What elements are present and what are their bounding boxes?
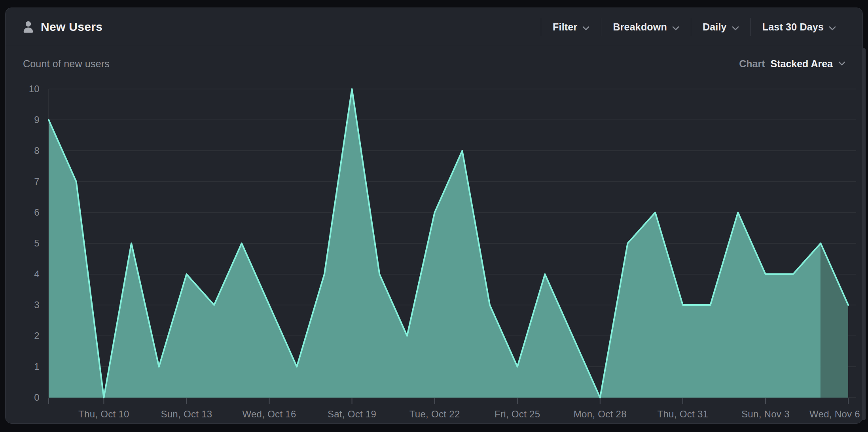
header-control-daily[interactable]: Daily (691, 21, 750, 33)
header-control-filter[interactable]: Filter (541, 21, 601, 33)
chevron-down-icon (672, 21, 679, 33)
y-axis-label-8: 8 (12, 145, 40, 157)
y-axis-label-7: 7 (12, 176, 40, 188)
chart-type-select[interactable]: Chart Stacked Area (739, 58, 845, 70)
control-label: Filter (553, 21, 577, 33)
header-controls: FilterBreakdownDailyLast 30 Days (541, 8, 847, 46)
x-axis-label-8: Sun, Nov 3 (741, 409, 790, 420)
x-axis-label-4: Tue, Oct 22 (409, 409, 460, 420)
control-label: Last 30 Days (762, 21, 824, 33)
y-axis-label-6: 6 (12, 207, 40, 218)
chevron-down-icon (838, 60, 845, 67)
y-axis-label-5: 5 (12, 237, 40, 249)
y-axis-label-9: 9 (12, 114, 40, 126)
y-axis-label-3: 3 (12, 299, 40, 311)
new-users-card: New Users FilterBreakdownDailyLast 30 Da… (5, 8, 863, 424)
y-axis-label-1: 1 (12, 361, 40, 373)
header-control-breakdown[interactable]: Breakdown (601, 21, 691, 33)
x-axis-label-9: Wed, Nov 6 (809, 409, 860, 420)
chart-toolbar: Count of new users Chart Stacked Area (6, 46, 862, 81)
chevron-down-icon (829, 21, 836, 33)
x-axis-label-6: Mon, Oct 28 (574, 409, 627, 420)
x-axis-label-5: Fri, Oct 25 (495, 409, 540, 420)
x-axis-label-7: Thu, Oct 31 (658, 409, 709, 420)
page-title: New Users (41, 20, 102, 34)
x-axis-label-2: Wed, Oct 16 (242, 409, 296, 420)
y-axis-label-10: 10 (12, 83, 40, 95)
control-label: Breakdown (613, 21, 667, 33)
metric-label: Count of new users (23, 58, 110, 70)
chart-type-caption: Chart (739, 58, 765, 70)
y-axis-label-4: 4 (12, 268, 40, 280)
card-header: New Users FilterBreakdownDailyLast 30 Da… (6, 8, 862, 46)
person-icon (23, 21, 34, 33)
x-axis-label-0: Thu, Oct 10 (78, 409, 129, 420)
control-label: Daily (703, 21, 727, 33)
y-axis-label-0: 0 (12, 392, 40, 404)
x-axis-label-1: Sun, Oct 13 (161, 409, 212, 420)
chart-type-value: Stacked Area (771, 58, 833, 70)
chevron-down-icon (582, 21, 589, 33)
chevron-down-icon (732, 21, 739, 33)
y-axis-label-2: 2 (12, 330, 40, 342)
header-control-last-30-days[interactable]: Last 30 Days (751, 21, 847, 33)
x-axis-label-3: Sat, Oct 19 (328, 409, 376, 420)
